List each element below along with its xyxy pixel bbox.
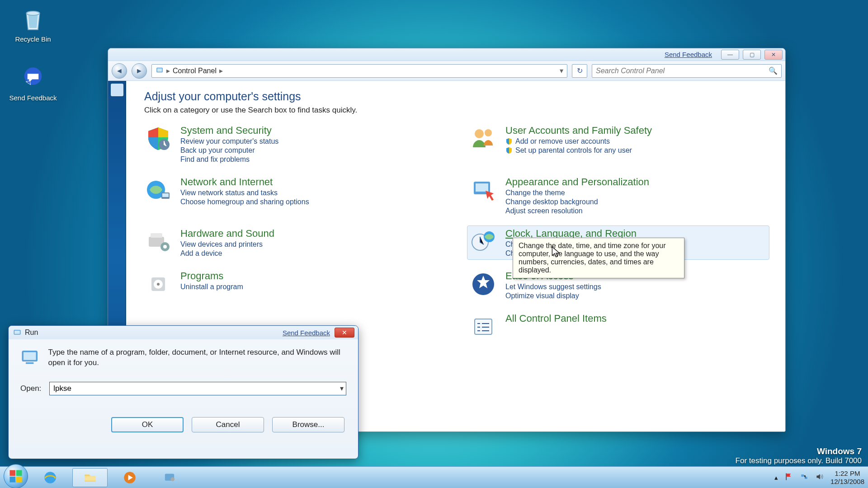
svg-point-31 bbox=[171, 477, 175, 481]
category-link[interactable]: Back up your computer bbox=[180, 146, 278, 155]
category-link[interactable]: Adjust screen resolution bbox=[505, 207, 649, 215]
category-user-accounts-and-family-safety: User Accounts and Family SafetyAdd or re… bbox=[469, 125, 767, 164]
category-link[interactable]: View network status and tasks bbox=[180, 189, 309, 197]
cursor-icon bbox=[551, 246, 562, 261]
category-link[interactable]: Change the theme bbox=[505, 189, 649, 197]
category-link[interactable]: Set up parental controls for any user bbox=[505, 146, 652, 155]
breadcrumb-root[interactable]: Control Panel bbox=[173, 67, 217, 75]
taskbar-explorer[interactable] bbox=[72, 468, 108, 487]
category-link[interactable]: Change desktop background bbox=[505, 198, 649, 206]
sidebar-home-icon[interactable] bbox=[111, 84, 123, 96]
category-appearance-and-personalization: Appearance and PersonalizationChange the… bbox=[469, 176, 767, 215]
category-icon bbox=[469, 176, 497, 204]
cp-heading: Adjust your computer's settings bbox=[144, 90, 767, 103]
tooltip: Change the date, time, and time zone for… bbox=[513, 238, 684, 278]
recycle-bin-icon[interactable]: Recycle Bin bbox=[8, 5, 58, 43]
category-hardware-and-sound: Hardware and SoundView devices and print… bbox=[144, 228, 442, 258]
run-title-icon bbox=[13, 328, 21, 337]
taskbar-media-player[interactable] bbox=[112, 468, 147, 487]
category-link[interactable]: Add or remove user accounts bbox=[505, 137, 652, 145]
address-icon bbox=[156, 66, 164, 76]
cancel-button[interactable]: Cancel bbox=[192, 417, 264, 432]
taskbar-snipping[interactable] bbox=[152, 468, 187, 487]
search-input[interactable] bbox=[596, 67, 769, 75]
category-clock-language-and-region: Change the date, time, and time zone for… bbox=[467, 225, 769, 260]
category-all-control-panel-items: All Control Panel Items bbox=[469, 313, 767, 341]
run-input-dropdown[interactable]: ▾ bbox=[340, 384, 344, 393]
svg-rect-13 bbox=[151, 233, 162, 238]
svg-point-0 bbox=[27, 11, 40, 15]
category-title[interactable]: Appearance and Personalization bbox=[505, 176, 649, 188]
recycle-bin-label: Recycle Bin bbox=[8, 35, 58, 43]
category-icon bbox=[144, 125, 172, 153]
browse-button[interactable]: Browse... bbox=[272, 417, 344, 432]
svg-rect-3 bbox=[157, 68, 162, 72]
tray-flag-icon[interactable] bbox=[784, 472, 793, 483]
category-link[interactable]: View devices and printers bbox=[180, 240, 274, 249]
run-title: Run bbox=[25, 328, 38, 337]
shield-icon bbox=[505, 147, 513, 154]
send-feedback-icon[interactable]: Send Feedback bbox=[8, 63, 58, 102]
ok-button[interactable]: OK bbox=[111, 417, 184, 432]
category-link[interactable]: Optimize visual display bbox=[505, 292, 601, 300]
category-link[interactable]: Find and fix problems bbox=[180, 155, 278, 164]
category-link[interactable]: Add a device bbox=[180, 249, 274, 258]
svg-point-20 bbox=[157, 283, 160, 286]
category-icon bbox=[469, 270, 497, 298]
category-title[interactable]: All Control Panel Items bbox=[505, 313, 607, 324]
svg-rect-11 bbox=[476, 183, 488, 192]
svg-rect-24 bbox=[14, 331, 20, 334]
category-icon bbox=[469, 313, 497, 341]
category-link[interactable]: Let Windows suggest settings bbox=[505, 283, 601, 291]
send-feedback-label: Send Feedback bbox=[8, 94, 58, 102]
maximize-button[interactable]: ▢ bbox=[743, 50, 761, 60]
svg-point-28 bbox=[44, 472, 56, 483]
refresh-button[interactable]: ↻ bbox=[572, 64, 587, 78]
category-link[interactable]: Choose homegroup and sharing options bbox=[180, 198, 309, 206]
address-dropdown[interactable]: ▾ bbox=[560, 66, 563, 75]
svg-rect-27 bbox=[26, 362, 33, 364]
address-bar[interactable]: ▸ Control Panel ▸ ▾ bbox=[151, 64, 567, 78]
cp-subheading: Click on a category or use the Search bo… bbox=[144, 106, 767, 115]
category-link[interactable]: Review your computer's status bbox=[180, 137, 278, 145]
svg-rect-26 bbox=[24, 352, 36, 360]
category-icon bbox=[469, 228, 497, 256]
taskbar-ie[interactable] bbox=[33, 468, 68, 487]
nav-forward-button[interactable]: ► bbox=[132, 63, 147, 79]
svg-point-5 bbox=[475, 129, 484, 138]
svg-rect-9 bbox=[162, 193, 169, 197]
shield-icon bbox=[505, 138, 513, 145]
cp-send-feedback-link[interactable]: Send Feedback bbox=[665, 51, 712, 58]
category-system-and-security: System and SecurityReview your computer'… bbox=[144, 125, 442, 164]
run-open-label: Open: bbox=[20, 384, 41, 393]
start-button[interactable] bbox=[4, 464, 28, 488]
tray-volume-icon[interactable] bbox=[815, 472, 824, 483]
svg-point-6 bbox=[485, 129, 492, 136]
close-button[interactable]: ✕ bbox=[764, 50, 783, 60]
run-input[interactable] bbox=[49, 382, 346, 395]
run-dialog: Run Send Feedback ✕ Type the name of a p… bbox=[8, 325, 359, 459]
category-title[interactable]: System and Security bbox=[180, 125, 278, 136]
watermark: Windows 7 For testing purposes only. Bui… bbox=[736, 446, 862, 465]
run-big-icon bbox=[20, 347, 39, 369]
tray-clock[interactable]: 1:22 PM 12/13/2008 bbox=[830, 469, 864, 485]
category-title[interactable]: Network and Internet bbox=[180, 176, 309, 188]
search-box[interactable]: 🔍 bbox=[592, 64, 782, 78]
search-icon[interactable]: 🔍 bbox=[769, 66, 778, 75]
taskbar: ▴ 1:22 PM 12/13/2008 bbox=[0, 466, 868, 488]
tray-network-icon[interactable] bbox=[800, 472, 809, 483]
category-icon bbox=[144, 270, 172, 298]
category-link[interactable]: Uninstall a program bbox=[180, 283, 243, 291]
run-send-feedback-link[interactable]: Send Feedback bbox=[283, 329, 330, 337]
minimize-button[interactable]: — bbox=[721, 50, 739, 60]
run-close-button[interactable]: ✕ bbox=[335, 328, 354, 338]
nav-back-button[interactable]: ◄ bbox=[112, 63, 127, 79]
category-title[interactable]: Hardware and Sound bbox=[180, 228, 274, 239]
category-title[interactable]: Programs bbox=[180, 270, 243, 282]
category-title[interactable]: User Accounts and Family Safety bbox=[505, 125, 652, 136]
run-titlebar: Run Send Feedback ✕ bbox=[9, 326, 358, 339]
category-icon bbox=[144, 228, 172, 256]
category-icon bbox=[469, 125, 497, 153]
run-description: Type the name of a program, folder, docu… bbox=[48, 347, 346, 368]
tray-chevron-icon[interactable]: ▴ bbox=[774, 474, 778, 482]
